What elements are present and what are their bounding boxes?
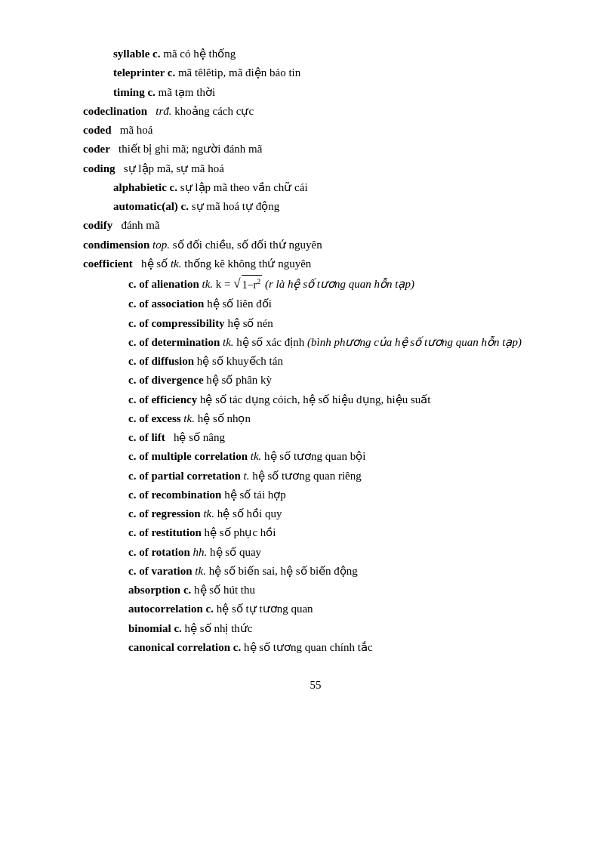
pos: tk. xyxy=(223,336,234,348)
definition: hệ số tương quan chính tắc xyxy=(244,641,373,653)
entry-c-of-efficiency: c. of efficiency hệ số tác dụng cóich, h… xyxy=(83,391,548,409)
term: coefficient xyxy=(83,257,133,270)
definition: hệ số tái hợp xyxy=(224,489,286,501)
pos: tk. xyxy=(251,450,262,462)
pos: hh. xyxy=(193,546,208,558)
definition: thiết bị ghi mã; người đánh mã xyxy=(113,143,263,155)
term: c. of diffusion xyxy=(128,355,194,367)
entry-codeclination: codeclination trđ. khoảng cách cực xyxy=(83,103,548,120)
term: timing c. xyxy=(113,86,156,98)
term: c. of determination xyxy=(128,336,220,348)
entry-canonical-correlation-c: canonical correlation c. hệ số tương qua… xyxy=(83,639,548,656)
definition: hệ số hút thu xyxy=(194,584,255,596)
entry-c-of-divergence: c. of divergence hệ số phân kỳ xyxy=(83,372,548,389)
definition: sự lập mã theo vần chữ cái xyxy=(180,181,308,193)
entry-absorption-c: absorption c. hệ số hút thu xyxy=(83,581,548,599)
entry-c-of-diffusion: c. of diffusion hệ số khuyếch tán xyxy=(83,353,548,370)
term: c. of association xyxy=(128,298,204,310)
entry-coefficient: coefficient hệ số tk. thống kê không thứ… xyxy=(83,255,548,273)
sqrt-formula: √ 1−r2 xyxy=(233,274,262,294)
entry-c-of-association: c. of association hệ số liên đối xyxy=(83,295,548,313)
term: c. of partial corretation xyxy=(128,470,241,482)
page-number-text: 55 xyxy=(310,679,322,691)
definition: hệ số khuyếch tán xyxy=(197,355,283,367)
term: absorption c. xyxy=(128,584,191,596)
term: c. of alienation xyxy=(128,278,199,290)
definition: hệ số nâng xyxy=(168,431,225,443)
definition: hệ số tương quan bội xyxy=(264,450,365,462)
sqrt-symbol: √ xyxy=(233,274,240,294)
term: c. of multiple correlation xyxy=(128,450,248,462)
definition: hệ số tác dụng cóich, hệ số hiệu dụng, h… xyxy=(200,393,430,405)
pos: tk. xyxy=(195,565,206,577)
term: alphabietic c. xyxy=(113,181,177,193)
term: coded xyxy=(83,124,112,136)
term: canonical correlation c. xyxy=(128,641,241,653)
definition: hệ số hồi quy xyxy=(217,507,282,520)
definition: đánh mã xyxy=(116,219,160,231)
term: c. of divergence xyxy=(128,374,204,386)
entry-coding: coding sự lập mã, sự mã hoá xyxy=(83,160,548,177)
definition: mã có hệ thống xyxy=(163,48,236,60)
definition: sự mã hoá tự động xyxy=(192,200,280,212)
entry-alphabietic-c: alphabietic c. sự lập mã theo vần chữ cá… xyxy=(83,179,548,196)
definition: hệ số biến sai, hệ số biến động xyxy=(209,565,358,577)
entry-autocorrelation-c: autocorrelation c. hệ số tự tương quan xyxy=(83,600,548,618)
pos: tk. xyxy=(203,507,214,520)
term: c. of compressibility xyxy=(128,317,225,329)
page: syllable c. mã có hệ thống teleprinter c… xyxy=(0,0,616,848)
entry-syllable-c: syllable c. mã có hệ thống xyxy=(83,45,548,63)
entry-c-of-varation: c. of varation tk. hệ số biến sai, hệ số… xyxy=(83,563,548,580)
entry-codify: codify đánh mã xyxy=(83,217,548,234)
definition: hệ số quay xyxy=(210,546,261,558)
definition: hệ số tương quan riêng xyxy=(252,470,361,482)
entry-c-of-recombination: c. of recombination hệ số tái hợp xyxy=(83,486,548,504)
entry-c-of-determination: c. of determination tk. hệ số xác định (… xyxy=(83,334,548,351)
term: c. of restitution xyxy=(128,526,202,538)
definition: hệ số nhọn xyxy=(198,412,251,424)
entry-timing-c: timing c. mã tạm thời xyxy=(83,84,548,101)
definition: k = xyxy=(216,278,233,290)
definition: mã hoá xyxy=(114,124,152,136)
entry-c-of-alienation: c. of alienation tk. k = √ 1−r2 (r là hệ… xyxy=(83,274,548,294)
term: teleprinter c. xyxy=(113,66,175,79)
term: codeclination xyxy=(83,105,147,117)
term: condimension xyxy=(83,239,149,251)
entry-condimension: condimension top. số đối chiều, số đối t… xyxy=(83,236,548,254)
term: coder xyxy=(83,143,110,155)
entry-teleprinter-c: teleprinter c. mã têlêtip, mã điện báo t… xyxy=(83,64,548,82)
pos: top. xyxy=(152,239,170,251)
definition: mã têlêtip, mã điện báo tin xyxy=(178,66,300,79)
term: c. of regression xyxy=(128,507,201,520)
entry-c-of-multiple-correlation: c. of multiple correlation tk. hệ số tươ… xyxy=(83,448,548,465)
note: (bình phương của hệ số tương quan hỗn tạ… xyxy=(307,336,522,348)
pos: tk. xyxy=(171,257,182,270)
pos: trđ. xyxy=(156,105,171,117)
term: syllable c. xyxy=(113,48,161,60)
term: c. of lift xyxy=(128,431,165,443)
term: c. of excess xyxy=(128,412,181,424)
definition: hệ số phục hồi xyxy=(205,526,276,538)
note: (r là hệ số tương quan hỗn tạp) xyxy=(265,278,414,290)
term: automatic(al) c. xyxy=(113,200,189,212)
term: c. of recombination xyxy=(128,489,221,501)
definition: hệ số nén xyxy=(227,317,273,329)
definition: số đối chiều, số đối thứ nguyên xyxy=(173,239,322,251)
definition: khoảng cách cực xyxy=(174,105,254,117)
term: c. of rotation xyxy=(128,546,190,558)
entry-automatic-c: automatic(al) c. sự mã hoá tự động xyxy=(83,198,548,215)
definition: hệ số phân kỳ xyxy=(206,374,272,386)
entry-binomial-c: binomial c. hệ số nhị thức xyxy=(83,620,548,637)
term: codify xyxy=(83,219,112,231)
sqrt-content: 1−r2 xyxy=(242,275,263,293)
term: c. of varation xyxy=(128,565,192,577)
term: autocorrelation c. xyxy=(128,603,214,615)
definition: hệ số tự tương quan xyxy=(217,603,313,615)
pos: tk. xyxy=(202,278,214,290)
pos: t. xyxy=(244,470,250,482)
definition2: thống kê không thứ nguyên xyxy=(184,257,311,270)
definition: hệ số liên đối xyxy=(207,298,272,310)
entry-c-of-rotation: c. of rotation hh. hệ số quay xyxy=(83,544,548,561)
pos: tk. xyxy=(183,412,195,424)
term: coding xyxy=(83,162,116,174)
